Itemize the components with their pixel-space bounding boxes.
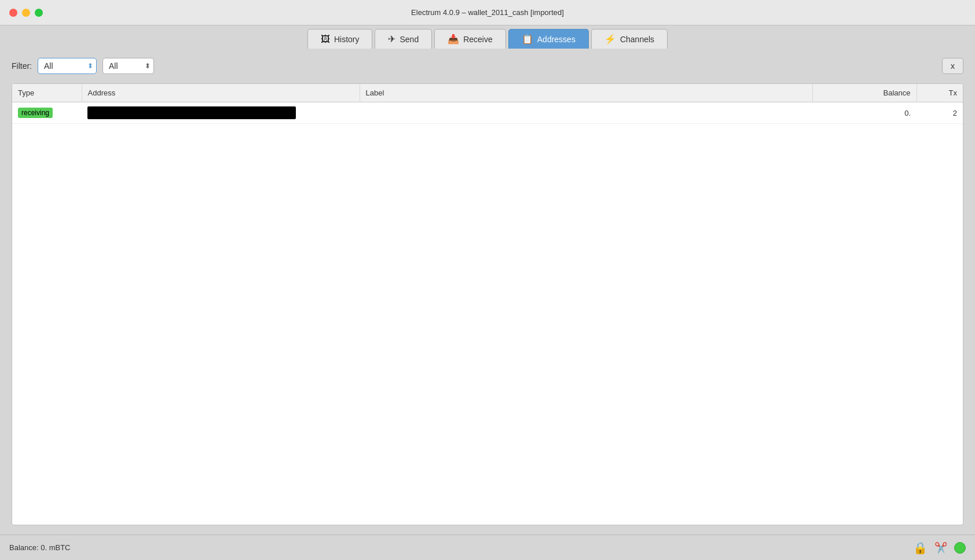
cell-balance: 0. (812, 102, 917, 124)
filter-type-wrapper[interactable]: All Receiving Change ⬍ (38, 58, 97, 74)
main-content: Filter: All Receiving Change ⬍ All Used … (0, 49, 975, 535)
tab-bar: 🖼 History ✈ Send 📥 Receive 📋 Addresses ⚡… (0, 25, 975, 49)
window-controls[interactable] (9, 9, 43, 17)
table-row[interactable]: receiving 0. 2 (12, 102, 963, 124)
col-header-label: Label (360, 84, 812, 102)
tab-receive[interactable]: 📥 Receive (434, 29, 506, 49)
status-bar: Balance: 0. mBTC 🔒 ✂️ (0, 535, 975, 560)
addresses-table: Type Address Label Balance Tx receiving (12, 84, 963, 124)
status-icons: 🔒 ✂️ (913, 541, 966, 555)
table-body: receiving 0. 2 (12, 102, 963, 124)
col-header-balance: Balance (812, 84, 917, 102)
cell-type: receiving (12, 102, 82, 124)
title-bar: Electrum 4.0.9 – wallet_2011_cash [impor… (0, 0, 975, 25)
send-icon: ✈ (388, 34, 395, 45)
tab-channels-label: Channels (620, 35, 654, 44)
filter-type-select[interactable]: All Receiving Change (38, 58, 97, 74)
channels-icon: ⚡ (604, 34, 616, 45)
cell-tx: 2 (917, 102, 963, 124)
col-header-address: Address (82, 84, 360, 102)
type-badge: receiving (18, 108, 53, 118)
window-title: Electrum 4.0.9 – wallet_2011_cash [impor… (411, 8, 564, 17)
cell-label (360, 102, 812, 124)
col-header-type: Type (12, 84, 82, 102)
clear-button[interactable]: x (942, 58, 963, 74)
filter-status-select[interactable]: All Used Unused Funded (102, 58, 154, 74)
tab-history[interactable]: 🖼 History (307, 29, 373, 49)
lock-icon: 🔒 (913, 541, 928, 555)
history-icon: 🖼 (321, 34, 330, 45)
settings-icon[interactable]: ✂️ (934, 541, 947, 554)
maximize-button[interactable] (35, 9, 43, 17)
tab-receive-label: Receive (463, 35, 493, 44)
network-status-icon (954, 542, 966, 554)
cell-address (82, 102, 360, 124)
filter-bar: Filter: All Receiving Change ⬍ All Used … (12, 58, 963, 74)
table-header: Type Address Label Balance Tx (12, 84, 963, 102)
status-balance: Balance: 0. mBTC (9, 543, 71, 552)
tab-send-label: Send (399, 35, 419, 44)
tab-channels[interactable]: ⚡ Channels (591, 29, 668, 49)
tab-addresses[interactable]: 📋 Addresses (508, 29, 589, 49)
minimize-button[interactable] (22, 9, 30, 17)
tab-addresses-label: Addresses (537, 35, 576, 44)
tab-history-label: History (334, 35, 360, 44)
tab-send[interactable]: ✈ Send (375, 29, 432, 49)
redacted-address (87, 106, 296, 119)
filter-label: Filter: (12, 61, 32, 71)
addresses-table-container: Type Address Label Balance Tx receiving (12, 83, 963, 525)
col-header-tx: Tx (917, 84, 963, 102)
filter-status-wrapper[interactable]: All Used Unused Funded ⬍ (102, 58, 154, 74)
addresses-icon: 📋 (522, 34, 533, 45)
receive-icon: 📥 (448, 34, 459, 45)
close-button[interactable] (9, 9, 17, 17)
